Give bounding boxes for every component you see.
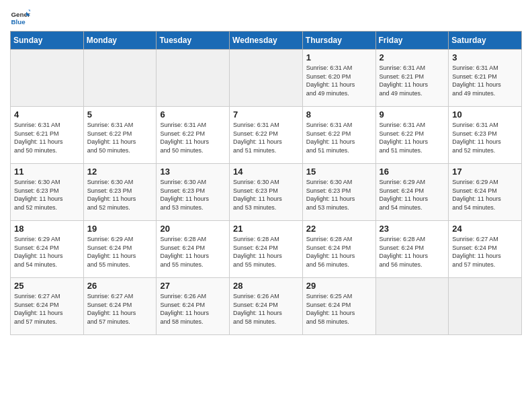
logo-icon: General Blue [10, 7, 30, 27]
week-row-3: 11Sunrise: 6:30 AM Sunset: 6:23 PM Dayli… [11, 164, 522, 221]
day-info: Sunrise: 6:31 AM Sunset: 6:22 PM Dayligh… [160, 121, 226, 154]
day-info: Sunrise: 6:27 AM Sunset: 6:24 PM Dayligh… [452, 235, 518, 269]
day-number: 25 [14, 281, 80, 291]
day-cell: 23Sunrise: 6:28 AM Sunset: 6:24 PM Dayli… [375, 221, 449, 278]
day-number: 29 [306, 281, 372, 291]
day-cell: 18Sunrise: 6:29 AM Sunset: 6:24 PM Dayli… [11, 221, 84, 278]
header-row: SundayMondayTuesdayWednesdayThursdayFrid… [11, 32, 522, 50]
day-cell: 26Sunrise: 6:27 AM Sunset: 6:24 PM Dayli… [83, 278, 157, 335]
day-info: Sunrise: 6:31 AM Sunset: 6:22 PM Dayligh… [87, 121, 153, 154]
day-number: 1 [306, 52, 372, 62]
col-header-sunday: Sunday [11, 32, 84, 50]
day-number: 11 [14, 167, 80, 177]
day-cell: 9Sunrise: 6:31 AM Sunset: 6:22 PM Daylig… [375, 107, 449, 164]
day-cell [11, 50, 84, 107]
day-info: Sunrise: 6:31 AM Sunset: 6:21 PM Dayligh… [452, 64, 518, 97]
day-cell [375, 278, 449, 335]
day-info: Sunrise: 6:30 AM Sunset: 6:23 PM Dayligh… [87, 178, 153, 212]
day-cell: 22Sunrise: 6:28 AM Sunset: 6:24 PM Dayli… [302, 221, 375, 278]
day-number: 5 [87, 109, 153, 120]
day-info: Sunrise: 6:29 AM Sunset: 6:24 PM Dayligh… [14, 235, 80, 269]
day-cell: 14Sunrise: 6:30 AM Sunset: 6:23 PM Dayli… [230, 164, 303, 221]
col-header-thursday: Thursday [302, 32, 375, 50]
day-number: 10 [452, 109, 518, 120]
day-info: Sunrise: 6:26 AM Sunset: 6:24 PM Dayligh… [233, 292, 299, 326]
day-cell: 10Sunrise: 6:31 AM Sunset: 6:23 PM Dayli… [449, 107, 522, 164]
col-header-tuesday: Tuesday [157, 32, 230, 50]
day-number: 27 [160, 281, 226, 291]
day-info: Sunrise: 6:27 AM Sunset: 6:24 PM Dayligh… [14, 292, 80, 326]
col-header-friday: Friday [375, 32, 449, 50]
day-info: Sunrise: 6:27 AM Sunset: 6:24 PM Dayligh… [87, 292, 153, 326]
day-number: 17 [452, 167, 518, 177]
day-number: 9 [380, 109, 445, 120]
day-cell: 11Sunrise: 6:30 AM Sunset: 6:23 PM Dayli… [11, 164, 84, 221]
day-cell: 4Sunrise: 6:31 AM Sunset: 6:21 PM Daylig… [11, 107, 84, 164]
day-cell: 20Sunrise: 6:28 AM Sunset: 6:24 PM Dayli… [157, 221, 230, 278]
day-number: 24 [452, 224, 518, 234]
day-info: Sunrise: 6:31 AM Sunset: 6:21 PM Dayligh… [380, 64, 445, 97]
day-number: 18 [14, 224, 80, 234]
day-cell: 21Sunrise: 6:28 AM Sunset: 6:24 PM Dayli… [230, 221, 303, 278]
day-cell [230, 50, 303, 107]
day-number: 26 [87, 281, 153, 291]
day-number: 16 [380, 167, 445, 177]
day-info: Sunrise: 6:31 AM Sunset: 6:20 PM Dayligh… [306, 64, 372, 97]
day-info: Sunrise: 6:30 AM Sunset: 6:23 PM Dayligh… [160, 178, 226, 212]
day-cell: 6Sunrise: 6:31 AM Sunset: 6:22 PM Daylig… [157, 107, 230, 164]
day-info: Sunrise: 6:26 AM Sunset: 6:24 PM Dayligh… [160, 292, 226, 326]
day-cell: 1Sunrise: 6:31 AM Sunset: 6:20 PM Daylig… [302, 50, 375, 107]
day-info: Sunrise: 6:30 AM Sunset: 6:23 PM Dayligh… [14, 178, 80, 212]
day-number: 4 [14, 109, 80, 120]
day-number: 19 [87, 224, 153, 234]
day-number: 2 [380, 52, 445, 62]
day-number: 21 [233, 224, 299, 234]
day-number: 12 [87, 167, 153, 177]
day-cell: 28Sunrise: 6:26 AM Sunset: 6:24 PM Dayli… [230, 278, 303, 335]
header: General Blue [10, 7, 522, 27]
day-cell: 25Sunrise: 6:27 AM Sunset: 6:24 PM Dayli… [11, 278, 84, 335]
day-info: Sunrise: 6:29 AM Sunset: 6:24 PM Dayligh… [87, 235, 153, 269]
day-info: Sunrise: 6:29 AM Sunset: 6:24 PM Dayligh… [452, 178, 518, 212]
day-info: Sunrise: 6:28 AM Sunset: 6:24 PM Dayligh… [306, 235, 372, 269]
day-cell [157, 50, 230, 107]
day-number: 13 [160, 167, 226, 177]
week-row-1: 1Sunrise: 6:31 AM Sunset: 6:20 PM Daylig… [11, 50, 522, 107]
calendar-page: General Blue SundayMondayTuesdayWednesda… [0, 0, 532, 345]
col-header-wednesday: Wednesday [230, 32, 303, 50]
day-cell [449, 278, 522, 335]
day-info: Sunrise: 6:25 AM Sunset: 6:24 PM Dayligh… [306, 292, 372, 326]
day-number: 7 [233, 109, 299, 120]
day-cell: 16Sunrise: 6:29 AM Sunset: 6:24 PM Dayli… [375, 164, 449, 221]
day-cell: 13Sunrise: 6:30 AM Sunset: 6:23 PM Dayli… [157, 164, 230, 221]
day-info: Sunrise: 6:28 AM Sunset: 6:24 PM Dayligh… [380, 235, 445, 269]
day-info: Sunrise: 6:30 AM Sunset: 6:23 PM Dayligh… [233, 178, 299, 212]
day-cell: 5Sunrise: 6:31 AM Sunset: 6:22 PM Daylig… [83, 107, 157, 164]
day-number: 3 [452, 52, 518, 62]
day-number: 14 [233, 167, 299, 177]
day-number: 23 [380, 224, 445, 234]
calendar-table: SundayMondayTuesdayWednesdayThursdayFrid… [10, 31, 522, 335]
day-number: 28 [233, 281, 299, 291]
day-cell [83, 50, 157, 107]
day-number: 20 [160, 224, 226, 234]
col-header-saturday: Saturday [449, 32, 522, 50]
day-cell: 27Sunrise: 6:26 AM Sunset: 6:24 PM Dayli… [157, 278, 230, 335]
week-row-2: 4Sunrise: 6:31 AM Sunset: 6:21 PM Daylig… [11, 107, 522, 164]
day-info: Sunrise: 6:28 AM Sunset: 6:24 PM Dayligh… [160, 235, 226, 269]
day-cell: 19Sunrise: 6:29 AM Sunset: 6:24 PM Dayli… [83, 221, 157, 278]
day-cell: 24Sunrise: 6:27 AM Sunset: 6:24 PM Dayli… [449, 221, 522, 278]
day-number: 8 [306, 109, 372, 120]
day-info: Sunrise: 6:31 AM Sunset: 6:21 PM Dayligh… [14, 121, 80, 154]
day-number: 6 [160, 109, 226, 120]
day-info: Sunrise: 6:30 AM Sunset: 6:23 PM Dayligh… [306, 178, 372, 212]
day-cell: 15Sunrise: 6:30 AM Sunset: 6:23 PM Dayli… [302, 164, 375, 221]
col-header-monday: Monday [83, 32, 157, 50]
day-info: Sunrise: 6:28 AM Sunset: 6:24 PM Dayligh… [233, 235, 299, 269]
day-info: Sunrise: 6:29 AM Sunset: 6:24 PM Dayligh… [380, 178, 445, 212]
day-info: Sunrise: 6:31 AM Sunset: 6:22 PM Dayligh… [380, 121, 445, 154]
logo: General Blue [10, 7, 33, 27]
day-info: Sunrise: 6:31 AM Sunset: 6:22 PM Dayligh… [233, 121, 299, 154]
day-cell: 3Sunrise: 6:31 AM Sunset: 6:21 PM Daylig… [449, 50, 522, 107]
day-cell: 8Sunrise: 6:31 AM Sunset: 6:22 PM Daylig… [302, 107, 375, 164]
